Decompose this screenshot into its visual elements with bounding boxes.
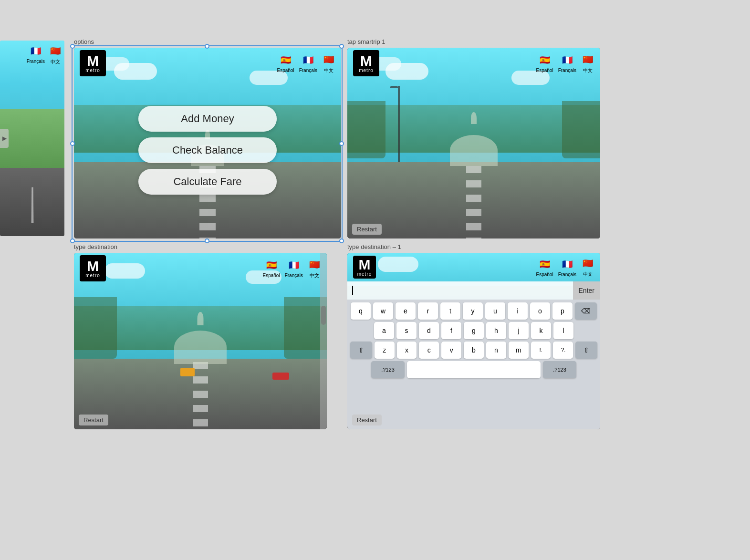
calculate-fare-button[interactable]: Calculate Fare [138,169,277,195]
lang-options-panel1: 🇪🇸 Español 🇫🇷 Français 🇨🇳 中文 [277,53,336,74]
key-t[interactable]: t [440,302,460,320]
key-g[interactable]: g [464,322,484,339]
panel-type-destination-1: M metro 🇪🇸 Español 🇫🇷 Français 🇨🇳 中文 Ent… [347,253,600,429]
lang-zhongwen-p4[interactable]: 🇨🇳 中文 [581,257,594,278]
lang-options-panel4: 🇪🇸 Español 🇫🇷 Français 🇨🇳 中文 [536,257,595,278]
lang-espanol-p3[interactable]: 🇪🇸 Español [263,259,280,278]
key-l[interactable]: l [553,322,573,339]
key-h[interactable]: h [486,322,506,339]
key-k[interactable]: k [531,322,551,339]
handle-bl [70,239,75,243]
key-nums-right[interactable]: .?123 [543,361,576,378]
key-v[interactable]: v [441,342,461,359]
key-e[interactable]: e [396,302,416,320]
add-money-button[interactable]: Add Money [138,106,277,132]
lang-zhongwen-p1[interactable]: 🇨🇳 中文 [322,53,335,74]
key-backspace[interactable]: ⌫ [575,302,597,320]
key-j[interactable]: j [509,322,529,339]
lang-options-panel2: 🇪🇸 Español 🇫🇷 Français 🇨🇳 中文 [536,53,595,74]
lang-zhongwen-p2[interactable]: 🇨🇳 中文 [581,53,594,74]
key-i[interactable]: i [508,302,528,320]
tap-smartrip-annotation: tap smartrip 1 [347,38,385,45]
key-question[interactable]: ?. [553,342,573,359]
metro-logo-dest: M metro [80,255,106,281]
restart-button-dest1[interactable]: Restart [352,415,382,425]
key-d[interactable]: d [419,322,439,339]
text-cursor [352,286,353,295]
key-space[interactable] [407,361,541,378]
panel-options: M metro 🇪🇸 Español 🇫🇷 Français 🇨🇳 中文 Add… [74,48,341,239]
key-exclamation[interactable]: !. [531,342,551,359]
lang-zhongwen-left[interactable]: 🇨🇳 中文 [49,44,62,65]
keyboard-row-3: ⇧ z x c v b n m !. ?. ⇧ [350,342,597,359]
keyboard: q w e r t y u i o p ⌫ a s d f g h j k l … [347,300,600,429]
panel-tap-smartrip: M metro 🇪🇸 Español 🇫🇷 Français 🇨🇳 中文 Res… [347,48,600,239]
key-y[interactable]: y [463,302,483,320]
lang-francais-p2[interactable]: 🇫🇷 Français [558,53,576,73]
key-p[interactable]: p [552,302,573,320]
lang-francais-p4[interactable]: 🇫🇷 Français [558,258,576,277]
lang-zhongwen-p3[interactable]: 🇨🇳 中文 [308,258,321,279]
key-o[interactable]: o [530,302,550,320]
enter-button[interactable]: Enter [573,281,600,300]
metro-logo-box-2: M metro [353,50,379,76]
key-shift-left[interactable]: ⇧ [350,342,372,359]
lang-francais-p1[interactable]: 🇫🇷 Français [299,53,317,73]
key-a[interactable]: a [374,322,394,339]
metro-logo-box-4: M metro [353,256,376,279]
metro-logo-options: M metro [80,50,106,76]
keyboard-row-2: a s d f g h j k l [350,322,597,339]
panel-smartrip-header: M metro 🇪🇸 Español 🇫🇷 Français 🇨🇳 中文 [347,48,600,79]
lang-espanol-p1[interactable]: 🇪🇸 Español [277,53,294,73]
key-b[interactable]: b [464,342,484,359]
key-s[interactable]: s [396,322,417,339]
keyboard-row-4: .?123 .?123 [350,361,597,378]
panel-type-destination: M metro 🇪🇸 Español 🇫🇷 Français 🇨🇳 中文 Res… [74,253,327,429]
metro-logo-box-3: M metro [80,255,106,281]
search-input-bar: Enter [347,281,600,300]
lang-options-panel3: 🇪🇸 Español 🇫🇷 Français 🇨🇳 中文 [263,258,322,279]
key-u[interactable]: u [485,302,505,320]
key-shift-right[interactable]: ⇧ [575,342,597,359]
type-dest1-annotation: type destination – 1 [347,243,401,250]
panel-dest-header: M metro 🇪🇸 Español 🇫🇷 Français 🇨🇳 中文 [74,253,327,284]
key-n[interactable]: n [486,342,506,359]
restart-button-smartrip[interactable]: Restart [352,224,382,235]
check-balance-button[interactable]: Check Balance [138,137,277,163]
left-strip: 🇫🇷 Français 🇨🇳 中文 ▶ [0,41,64,236]
panel-dest1-header: M metro 🇪🇸 Español 🇫🇷 Français 🇨🇳 中文 [347,253,600,281]
handle-bm [205,239,209,243]
key-nums-left[interactable]: .?123 [371,361,405,378]
key-m[interactable]: m [509,342,529,359]
key-r[interactable]: r [418,302,438,320]
key-z[interactable]: z [375,342,395,359]
lang-espanol-p2[interactable]: 🇪🇸 Español [536,53,553,73]
key-q[interactable]: q [351,302,371,320]
restart-button-dest[interactable]: Restart [79,415,108,425]
lang-francais-p3[interactable]: 🇫🇷 Français [285,259,303,278]
key-x[interactable]: x [397,342,417,359]
key-w[interactable]: w [373,302,393,320]
lang-francais-left[interactable]: 🇫🇷 Français [27,44,45,65]
options-annotation: options [74,38,94,45]
key-c[interactable]: c [419,342,439,359]
handle-br [339,239,344,243]
menu-buttons: Add Money Check Balance Calculate Fare [136,106,279,195]
lang-espanol-p4[interactable]: 🇪🇸 Español [536,258,553,277]
metro-logo-dest1: M metro [353,256,376,279]
panel-options-header: M metro 🇪🇸 Español 🇫🇷 Français 🇨🇳 中文 [74,48,341,79]
type-dest-annotation: type destination [74,243,117,250]
keyboard-row-1: q w e r t y u i o p ⌫ [350,302,597,320]
metro-logo-box: M metro [80,50,106,76]
metro-logo-smartrip: M metro [353,50,379,76]
key-f[interactable]: f [441,322,461,339]
